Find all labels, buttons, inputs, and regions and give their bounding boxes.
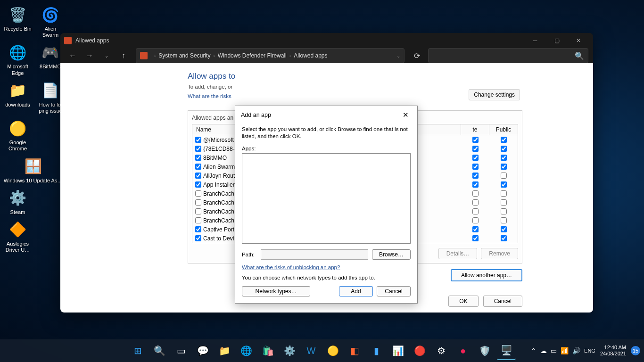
change-settings-button[interactable]: Change settings <box>469 89 520 100</box>
desktop-icon-steam[interactable]: ⚙️Steam <box>2 187 33 216</box>
chevron-down-icon[interactable]: ⌄ <box>396 53 400 58</box>
public-checkbox[interactable] <box>501 226 507 232</box>
app-button[interactable]: ◧ <box>345 341 364 360</box>
desktop-icon-recycle-bin[interactable]: 🗑️Recycle Bin <box>2 3 33 33</box>
app-checkbox[interactable] <box>195 217 201 223</box>
up-button[interactable]: ↑ <box>116 48 131 63</box>
dialog-titlebar[interactable]: Add an app ✕ <box>235 106 417 124</box>
add-button[interactable]: Add <box>339 286 373 296</box>
control-panel-button[interactable]: 🖥️ <box>497 341 516 360</box>
app-checkbox[interactable] <box>195 146 201 152</box>
public-checkbox[interactable] <box>501 235 507 241</box>
private-checkbox[interactable] <box>472 190 479 197</box>
app-checkbox[interactable] <box>195 137 201 143</box>
wifi-icon[interactable]: 📶 <box>561 347 569 354</box>
private-checkbox[interactable] <box>472 155 479 161</box>
public-checkbox[interactable] <box>501 181 507 188</box>
app-checkbox[interactable] <box>195 181 201 188</box>
desktop-icon-downloads[interactable]: 📁downloads <box>2 79 33 109</box>
private-checkbox[interactable] <box>472 146 479 152</box>
path-input[interactable] <box>261 249 368 260</box>
app-checkbox[interactable] <box>195 173 201 179</box>
settings-button[interactable]: ⚙️ <box>280 341 299 360</box>
minimize-button[interactable]: ─ <box>524 33 546 48</box>
clock[interactable]: 12:40 AM 24/08/2021 <box>600 345 626 357</box>
app-checkbox[interactable] <box>195 208 201 214</box>
public-checkbox[interactable] <box>501 217 507 223</box>
store-button[interactable]: 🛍️ <box>258 341 277 360</box>
public-checkbox[interactable] <box>501 155 507 161</box>
app-checkbox[interactable] <box>195 226 201 232</box>
chat-button[interactable]: 💬 <box>193 341 212 360</box>
desktop-icon-win10-update[interactable]: 🪟Windows 10 Update As… <box>2 155 64 185</box>
notification-badge[interactable]: 15 <box>631 346 640 355</box>
refresh-button[interactable]: ⟳ <box>409 48 424 63</box>
public-checkbox[interactable] <box>501 146 507 152</box>
close-button[interactable]: ✕ <box>400 110 412 120</box>
app-button[interactable]: 🔴 <box>410 341 429 360</box>
search-input[interactable]: 🔍 <box>428 48 588 63</box>
tray-chevron-icon[interactable]: ⌃ <box>531 347 537 354</box>
cancel-button[interactable]: Cancel <box>483 296 522 307</box>
remove-button[interactable]: Remove <box>481 248 518 259</box>
public-checkbox[interactable] <box>501 137 507 143</box>
cancel-button[interactable]: Cancel <box>377 286 411 296</box>
language-icon[interactable]: ENG <box>584 348 595 354</box>
app-checkbox[interactable] <box>195 155 201 161</box>
task-view-button[interactable]: ▭ <box>172 341 190 360</box>
back-button[interactable]: ← <box>65 48 80 63</box>
address-bar[interactable]: › System and Security › Windows Defender… <box>136 48 405 63</box>
app-button[interactable]: ● <box>454 341 472 360</box>
app-checkbox[interactable] <box>195 199 201 206</box>
steam-button[interactable]: ⚙ <box>432 341 451 360</box>
app-checkbox[interactable] <box>195 190 201 197</box>
app-button[interactable]: ▮ <box>367 341 386 360</box>
private-checkbox[interactable] <box>472 199 479 206</box>
search-button[interactable]: 🔍 <box>150 341 169 360</box>
titlebar[interactable]: Allowed apps ─ ▢ ✕ <box>60 33 593 48</box>
forward-button[interactable]: → <box>82 48 97 63</box>
risks-link[interactable]: What are the risks of unblocking an app? <box>242 264 340 270</box>
volume-icon[interactable]: 🔊 <box>572 347 580 354</box>
breadcrumb-item[interactable]: Windows Defender Firewall <box>218 52 287 59</box>
apps-listbox[interactable] <box>242 153 411 244</box>
public-checkbox[interactable] <box>501 208 507 214</box>
security-button[interactable]: 🛡️ <box>475 341 494 360</box>
onedrive-icon[interactable]: ☁ <box>540 347 547 354</box>
word-button[interactable]: W <box>302 341 321 360</box>
desktop-icon-chrome[interactable]: 🟡Google Chrome <box>2 117 33 153</box>
network-types-button[interactable]: Network types… <box>242 286 310 296</box>
public-checkbox[interactable] <box>501 199 507 206</box>
maximize-button[interactable]: ▢ <box>546 33 568 48</box>
ok-button[interactable]: OK <box>448 296 478 307</box>
close-button[interactable]: ✕ <box>568 33 589 48</box>
recent-dropdown[interactable]: ⌄ <box>99 48 114 63</box>
public-checkbox[interactable] <box>501 190 507 197</box>
private-checkbox[interactable] <box>472 226 479 232</box>
private-checkbox[interactable] <box>472 164 479 170</box>
browse-button[interactable]: Browse… <box>372 249 411 260</box>
private-checkbox[interactable] <box>472 137 479 143</box>
public-checkbox[interactable] <box>501 164 507 170</box>
private-checkbox[interactable] <box>472 173 479 179</box>
public-checkbox[interactable] <box>501 173 507 179</box>
start-button[interactable]: ⊞ <box>128 341 147 360</box>
details-button[interactable]: Details… <box>438 248 478 259</box>
breadcrumb-item[interactable]: Allowed apps <box>294 52 327 59</box>
column-public[interactable]: Public <box>489 124 518 135</box>
app-checkbox[interactable] <box>195 164 201 170</box>
risks-link[interactable]: What are the risks <box>188 93 231 99</box>
edge-button[interactable]: 🌐 <box>237 341 256 360</box>
column-private[interactable]: te <box>461 124 489 135</box>
private-checkbox[interactable] <box>472 217 479 223</box>
app-button[interactable]: 📊 <box>388 341 407 360</box>
breadcrumb-item[interactable]: System and Security <box>158 52 210 59</box>
private-checkbox[interactable] <box>472 235 479 241</box>
battery-icon[interactable]: ▭ <box>551 347 557 354</box>
desktop-icon-auslogics[interactable]: 🔶Auslogics Driver U… <box>2 218 33 254</box>
chrome-button[interactable]: 🟡 <box>323 341 342 360</box>
private-checkbox[interactable] <box>472 208 479 214</box>
allow-another-app-button[interactable]: Allow another app… <box>451 269 522 281</box>
private-checkbox[interactable] <box>472 181 479 188</box>
explorer-button[interactable]: 📁 <box>215 341 234 360</box>
